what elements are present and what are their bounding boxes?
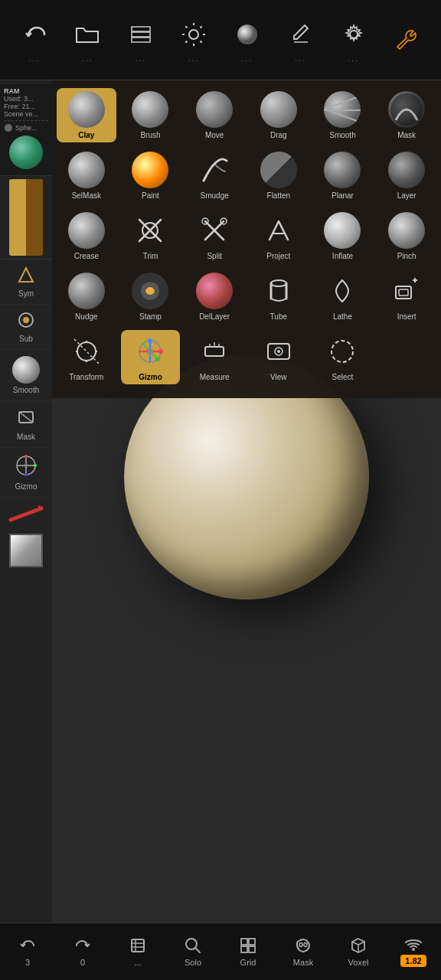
bottom-grid[interactable]: Grid	[220, 936, 276, 967]
bottom-solo[interactable]: ...	[110, 936, 165, 967]
toolbar-dots: ...	[188, 54, 199, 63]
nudge-label: Nudge	[75, 312, 97, 321]
sidebar-item-gizmo[interactable]: Gizmo	[0, 448, 52, 498]
drag-icon	[260, 91, 297, 128]
gizmo2-label: Gizmo	[139, 373, 162, 381]
toolbar-files[interactable]: ...	[70, 18, 104, 63]
smudge-label: Smudge	[201, 191, 229, 200]
svg-point-3	[189, 30, 198, 39]
toolbar-settings[interactable]: ...	[337, 18, 371, 63]
svg-marker-16	[19, 268, 33, 282]
brush-transform[interactable]: Transform	[57, 330, 116, 384]
svg-point-72	[299, 943, 302, 947]
brush-clay[interactable]: Clay	[57, 88, 116, 142]
project-icon	[260, 212, 297, 249]
sub-icon	[17, 311, 35, 333]
brush-split[interactable]: Split	[185, 209, 244, 263]
solo-label: ...	[134, 958, 141, 967]
select-icon	[324, 333, 361, 370]
brush-stamp[interactable]: Stamp	[121, 270, 181, 324]
brush-crease[interactable]: Crease	[57, 209, 116, 263]
trim-icon	[132, 212, 168, 249]
toolbar-pen[interactable]: ...	[283, 18, 317, 63]
toolbar-undo[interactable]: ...	[18, 18, 51, 63]
measure-icon	[196, 333, 233, 370]
brush-dellayer[interactable]: DelLayer	[185, 270, 244, 324]
bottom-undo[interactable]: 3	[0, 936, 55, 967]
bottom-wi[interactable]: 1.82	[386, 936, 441, 967]
brush-move[interactable]: Move	[185, 88, 244, 142]
brush-layer[interactable]: Layer	[377, 149, 436, 203]
brush-row-2: SelMask Paint Smudge Flatten Planar La	[57, 149, 436, 203]
svg-point-34	[146, 287, 154, 295]
svg-rect-69	[249, 939, 255, 945]
brush-flatten[interactable]: Flatten	[249, 149, 309, 203]
bottom-search[interactable]: Solo	[165, 936, 220, 967]
sidebar-item-mask[interactable]: Mask	[0, 401, 52, 448]
brush-menu: Clay Brush Move Drag Smooth	[52, 80, 441, 398]
tube-label: Tube	[270, 312, 287, 321]
solo2-label: Solo	[185, 958, 201, 967]
svg-rect-36	[396, 286, 411, 299]
brush-select[interactable]: Select	[313, 330, 373, 384]
sidebar-item-smooth[interactable]: Smooth	[0, 350, 52, 401]
brush-project[interactable]: Project	[249, 209, 309, 263]
select-label: Select	[332, 373, 354, 381]
sidebar-item-sub[interactable]: Sub	[0, 305, 52, 350]
paint-icon	[132, 152, 168, 188]
toolbar-material[interactable]: ...	[230, 18, 264, 63]
svg-rect-1	[132, 32, 150, 37]
used-label: Used: 3...	[4, 95, 48, 103]
svg-rect-2	[132, 38, 150, 42]
svg-point-15	[5, 124, 12, 132]
brush-label: Brush	[140, 131, 160, 139]
brush-planar[interactable]: Planar	[313, 149, 373, 203]
nudge-icon	[68, 273, 105, 309]
toolbar-layers[interactable]: ...	[124, 18, 158, 63]
brush-insert[interactable]: Insert	[377, 270, 436, 324]
sidebar-item-sym[interactable]: Sym	[0, 260, 52, 305]
inflate-icon	[324, 212, 361, 249]
svg-line-67	[195, 948, 200, 952]
toolbar-light[interactable]: ...	[177, 18, 211, 63]
brush-inflate[interactable]: Inflate	[313, 209, 373, 263]
bottom-redo[interactable]: 0	[55, 936, 110, 967]
brush-smudge[interactable]: Smudge	[185, 149, 244, 203]
brush-lathe[interactable]: Lathe	[313, 270, 373, 324]
brush-selmask[interactable]: SelMask	[57, 149, 116, 203]
svg-point-26	[24, 473, 28, 476]
brush-nudge[interactable]: Nudge	[57, 270, 116, 324]
sphere-label: Sphe...	[15, 124, 38, 132]
undo-count: 3	[25, 958, 30, 967]
svg-line-28	[11, 508, 41, 520]
inflate-label: Inflate	[332, 252, 353, 260]
bottom-mask[interactable]: Mask	[276, 936, 331, 967]
smooth-label: Smooth	[329, 131, 355, 139]
insert-label: Insert	[397, 312, 416, 321]
grid-label: Grid	[240, 958, 256, 967]
bottom-voxel[interactable]: Voxel	[331, 936, 386, 967]
svg-point-27	[24, 464, 28, 467]
voxel-label: Voxel	[348, 958, 369, 967]
brush-brush[interactable]: Brush	[121, 88, 181, 142]
lathe-icon	[324, 273, 361, 309]
pinch-label: Pinch	[397, 252, 416, 260]
brush-view[interactable]: View	[249, 330, 309, 384]
brush-gizmo[interactable]: Gizmo	[121, 330, 181, 384]
toolbar-wrench[interactable]	[390, 23, 423, 57]
brush-paint[interactable]: Paint	[121, 149, 181, 203]
clay-icon	[68, 91, 105, 128]
brush-drag[interactable]: Drag	[249, 88, 309, 142]
brush-row-4: Nudge Stamp DelLayer	[57, 270, 436, 324]
left-sidebar: RAM Used: 3... Free: 21... Scene ve... S…	[0, 80, 52, 923]
brush-measure[interactable]: Measure	[185, 330, 244, 384]
brush-mask[interactable]: Mask	[377, 88, 436, 142]
view-label: View	[270, 373, 287, 381]
smooth-icon	[324, 91, 361, 128]
brush-tube[interactable]: Tube	[249, 270, 309, 324]
brush-trim[interactable]: Trim	[121, 209, 181, 263]
brush-smooth[interactable]: Smooth	[313, 88, 373, 142]
insert-icon	[388, 273, 425, 309]
svg-rect-71	[249, 946, 255, 952]
brush-pinch[interactable]: Pinch	[377, 209, 436, 263]
